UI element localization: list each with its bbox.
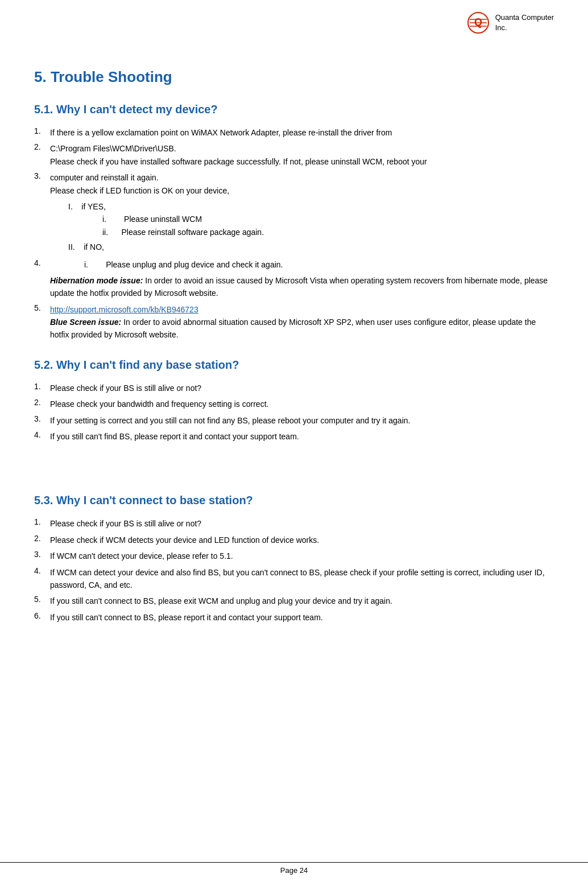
- item-text: If WCM can't detect your device, please …: [50, 550, 554, 562]
- list-item: 4. If WCM can detect your device and als…: [34, 566, 554, 592]
- item-number: 6.: [34, 611, 45, 624]
- list-item: 1. Please check if your BS is still aliv…: [34, 517, 554, 530]
- item-number: 1.: [34, 517, 45, 530]
- list-item: 3. computer and reinstall it again. Plea…: [34, 171, 554, 197]
- list-item: 3. If WCM can't detect your device, plea…: [34, 550, 554, 562]
- section-5-1-title: 5.1. Why I can't detect my device?: [34, 103, 554, 116]
- item-number: 5.: [34, 303, 45, 341]
- item-text: computer and reinstall it again. Please …: [50, 171, 554, 197]
- item-text: Please check your bandwidth and frequenc…: [50, 398, 554, 410]
- main-chapter-title: 5. Trouble Shooting: [34, 68, 554, 86]
- item-number: 4.: [34, 258, 45, 300]
- item-number: 5.: [34, 595, 45, 607]
- item-text: If your setting is correct and you still…: [50, 414, 554, 427]
- item-number: 4.: [34, 430, 45, 443]
- item-number: 1.: [34, 382, 45, 394]
- item-number: 3.: [34, 171, 45, 197]
- section-5-2: 5.2. Why I can't find any base station? …: [34, 358, 554, 443]
- blue-screen-bold: Blue Screen issue:: [50, 318, 121, 327]
- item-text: Please check if WCM detects your device …: [50, 534, 554, 546]
- item-text: C:\Program Files\WCM\Driver\USB. Please …: [50, 142, 554, 168]
- quanta-logo-icon: Q: [467, 11, 490, 34]
- item-text: Please check if your BS is still alive o…: [50, 517, 554, 530]
- list-item: 2. Please check if WCM detects your devi…: [34, 534, 554, 546]
- list-item: 2. C:\Program Files\WCM\Driver\USB. Plea…: [34, 142, 554, 168]
- item-text: If you still can't connect to BS, please…: [50, 611, 554, 624]
- item-number: 3.: [34, 414, 45, 427]
- section-5-1: 5.1. Why I can't detect my device? 1. If…: [34, 103, 554, 341]
- section-5-3-title: 5.3. Why I can't connect to base station…: [34, 494, 554, 507]
- list-item: 5. http://support.microsoft.com/kb/KB946…: [34, 303, 554, 341]
- item-number: 2.: [34, 534, 45, 546]
- list-item: 1. Please check if your BS is still aliv…: [34, 382, 554, 394]
- list-item: 1. If there is a yellow exclamation poin…: [34, 126, 554, 139]
- item-number: 4.: [34, 566, 45, 592]
- page-header: Q Quanta Computer Inc.: [34, 6, 554, 46]
- list-item: 5. If you still can't connect to BS, ple…: [34, 595, 554, 607]
- item-text: If there is a yellow exclamation point o…: [50, 126, 554, 139]
- item-text: If WCM can detect your device and also f…: [50, 566, 554, 592]
- item-text: If you still can't connect to BS, please…: [50, 595, 554, 607]
- company-name: Quanta Computer Inc.: [495, 13, 554, 33]
- microsoft-link[interactable]: http://support.microsoft.com/kb/KB946723: [50, 305, 198, 314]
- page-footer: Page 24: [0, 862, 588, 875]
- lower-roman-items: i. Please uninstall WCM ii. Please reins…: [102, 213, 554, 238]
- logo-area: Q Quanta Computer Inc.: [467, 11, 554, 34]
- list-item: 4. If you still can't find BS, please re…: [34, 430, 554, 443]
- item-text: i. Please unplug and plug device and che…: [50, 258, 554, 300]
- list-item: 6. If you still can't connect to BS, ple…: [34, 611, 554, 624]
- item-number: 1.: [34, 126, 45, 139]
- roman-item-II: II. if NO,: [68, 241, 554, 253]
- item-number: 3.: [34, 550, 45, 562]
- section-5-2-title: 5.2. Why I can't find any base station?: [34, 358, 554, 372]
- hibernation-bold: Hibernation mode issue:: [50, 276, 143, 285]
- list-item: 3. If your setting is correct and you st…: [34, 414, 554, 427]
- roman-item-I: I. if YES, i. Please uninstall WCM ii. P…: [68, 200, 554, 238]
- item-text: If you still can't find BS, please repor…: [50, 430, 554, 443]
- section-5-3: 5.3. Why I can't connect to base station…: [34, 494, 554, 624]
- page-number: Page 24: [280, 866, 308, 875]
- item-text: Please check if your BS is still alive o…: [50, 382, 554, 394]
- item-text: http://support.microsoft.com/kb/KB946723…: [50, 303, 554, 341]
- list-item: 2. Please check your bandwidth and frequ…: [34, 398, 554, 410]
- item-number: 2.: [34, 398, 45, 410]
- list-item: 4. i. Please unplug and plug device and …: [34, 258, 554, 300]
- item-number: 2.: [34, 142, 45, 168]
